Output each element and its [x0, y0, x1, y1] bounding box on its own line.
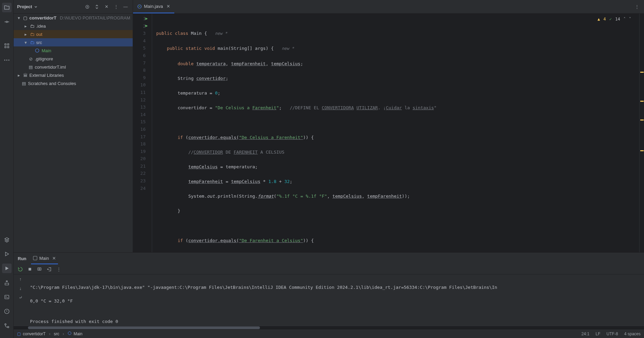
warning-marker[interactable] — [640, 119, 644, 121]
chevron-right-icon[interactable]: ▸ — [23, 24, 28, 29]
run-line-icon[interactable]: ▶ — [145, 15, 148, 23]
tree-root-path: D:\NUEVO PORTATAIL\PROGRAM — [60, 15, 130, 20]
structure-tool-icon[interactable] — [2, 41, 12, 51]
tree-out-folder[interactable]: ▸ 🗀 out — [14, 30, 133, 38]
left-tool-rail — [0, 0, 14, 338]
svg-point-14 — [86, 5, 89, 8]
project-title: Project — [17, 4, 32, 9]
error-stripe[interactable] — [639, 14, 644, 252]
vcs-tool-icon[interactable] — [2, 321, 12, 330]
run-config-tab[interactable]: Main ✕ — [31, 253, 58, 264]
output-line: 0,0 °C = 32,0 °F — [30, 298, 644, 305]
chevron-down-icon[interactable]: ▾ — [16, 15, 21, 20]
locate-icon[interactable] — [84, 3, 91, 11]
down-icon[interactable]: ↓ — [19, 286, 22, 291]
project-tree[interactable]: ▾ ▢ convertidorT D:\NUEVO PORTATAIL\PROG… — [14, 14, 133, 252]
tree-gitignore[interactable]: ⊘ .gitignore — [14, 55, 133, 63]
scrollbar-thumb[interactable] — [28, 326, 260, 329]
java-class-icon — [68, 331, 72, 336]
code-body[interactable]: ▲4 ✓14 ˄ ˅ public class Main { new * pub… — [152, 14, 639, 252]
project-tool-icon[interactable] — [2, 3, 12, 12]
warning-marker[interactable] — [640, 150, 644, 151]
tree-scratches[interactable]: ▤ Scratches and Consoles — [14, 79, 133, 87]
module-icon: ▢ — [17, 332, 21, 336]
tree-idea-folder[interactable]: ▸ 🗀 .idea — [14, 22, 133, 30]
up-icon[interactable]: ↑ — [19, 277, 22, 282]
code-line: convertidor = "De Celsius a Farenheit"; … — [156, 104, 639, 112]
code-line: double temperatura, tempFarenheit, tempC… — [156, 60, 639, 68]
close-tab-icon[interactable]: ✕ — [52, 256, 56, 261]
code-line — [156, 222, 639, 230]
build-tool-icon[interactable] — [2, 278, 12, 287]
chevron-right-icon[interactable]: ▸ — [23, 32, 28, 37]
status-bar: ▢ convertidorT › src › Main 24:1 LF UTF-… — [14, 329, 644, 338]
editor-tab-main[interactable]: Main.java ✕ — [133, 0, 174, 13]
check-icon: ✓ — [609, 16, 612, 23]
run-panel-title: Run — [18, 256, 26, 261]
svg-rect-4 — [8, 46, 9, 48]
warning-marker[interactable] — [640, 101, 644, 102]
layers-tool-icon[interactable] — [2, 235, 12, 244]
close-tab-icon[interactable]: ✕ — [166, 4, 170, 9]
rerun-icon[interactable] — [18, 267, 23, 272]
chevron-right-icon[interactable]: ▸ — [16, 73, 21, 78]
svg-point-15 — [87, 6, 88, 7]
line-separator[interactable]: LF — [596, 332, 600, 336]
breadcrumb[interactable]: ▢ convertidorT › src › Main — [17, 331, 83, 336]
code-line: } — [156, 207, 639, 215]
hide-panel-icon[interactable]: — — [122, 3, 129, 11]
run-options-icon[interactable]: ⋮ — [57, 267, 61, 272]
run-tool-icon[interactable] — [2, 264, 12, 273]
gutter[interactable]: ▶ ▶ 1 2 3 4 5 6 7 8 9 10 11 12 13 14 15 — [133, 14, 152, 252]
svg-rect-10 — [5, 295, 9, 299]
svg-point-6 — [6, 60, 7, 61]
code-line: temperatura = 0; — [156, 89, 639, 97]
java-class-icon — [137, 4, 142, 9]
close-panel-icon[interactable]: ✕ — [103, 3, 110, 11]
chevron-right-icon: › — [49, 332, 50, 336]
run-config-icon — [33, 256, 37, 260]
terminal-tool-icon[interactable] — [2, 292, 12, 302]
code-line: if (convertidor.equals("De Celsius a Far… — [156, 134, 639, 141]
inspections-widget[interactable]: ▲4 ✓14 ˄ ˅ — [598, 16, 631, 23]
code-line: tempCelsius = temperatura; — [156, 163, 639, 171]
warning-marker[interactable] — [640, 72, 644, 73]
svg-rect-19 — [38, 268, 41, 270]
panel-options-icon[interactable]: ⋮ — [112, 3, 120, 11]
tree-root-name: convertidorT — [29, 15, 56, 20]
more-tool-icon[interactable] — [2, 55, 12, 65]
warning-icon: ▲ — [598, 16, 600, 23]
chevron-down-icon[interactable] — [34, 5, 38, 9]
run-line-icon[interactable]: ▶ — [145, 22, 148, 30]
tree-src-folder[interactable]: ▾ 🗀 src — [14, 38, 133, 46]
tree-main-class[interactable]: Main — [14, 46, 133, 55]
tree-iml-file[interactable]: ▤ convertidorT.iml — [14, 63, 133, 71]
stop-icon[interactable] — [28, 267, 32, 271]
wrap-icon[interactable]: ⤶ — [19, 295, 23, 300]
h-scrollbar[interactable] — [14, 326, 644, 329]
folder-icon: 🗀 — [29, 24, 35, 29]
file-encoding[interactable]: UTF-8 — [606, 332, 618, 336]
next-highlight-icon[interactable]: ˅ — [629, 16, 631, 23]
svg-point-20 — [39, 268, 40, 270]
dump-icon[interactable] — [37, 267, 42, 272]
caret-position[interactable]: 24:1 — [582, 332, 589, 336]
indent-setting[interactable]: 4 spaces — [624, 332, 641, 336]
expand-all-icon[interactable] — [93, 3, 101, 11]
problems-tool-icon[interactable] — [2, 307, 12, 316]
svg-point-7 — [8, 60, 9, 61]
run-panel-tabs: Run Main ✕ — [14, 253, 644, 264]
tree-root[interactable]: ▾ ▢ convertidorT D:\NUEVO PORTATAIL\PROG… — [14, 14, 133, 22]
prev-highlight-icon[interactable]: ˄ — [624, 16, 626, 23]
chevron-right-icon: › — [63, 332, 64, 336]
run-output[interactable]: "C:\Program Files\Java\jdk-17\bin\java.e… — [27, 274, 644, 326]
tree-external-libs[interactable]: ▸ 🏛 External Libraries — [14, 71, 133, 79]
editor-options-icon[interactable]: ⋮ — [635, 4, 644, 9]
services-tool-icon[interactable] — [2, 249, 12, 259]
java-class-icon — [35, 48, 40, 53]
folder-icon: 🗀 — [29, 32, 35, 37]
exit-icon[interactable] — [47, 267, 52, 272]
chevron-down-icon[interactable]: ▾ — [23, 40, 28, 45]
svg-rect-18 — [29, 268, 31, 271]
commit-tool-icon[interactable] — [2, 17, 12, 27]
